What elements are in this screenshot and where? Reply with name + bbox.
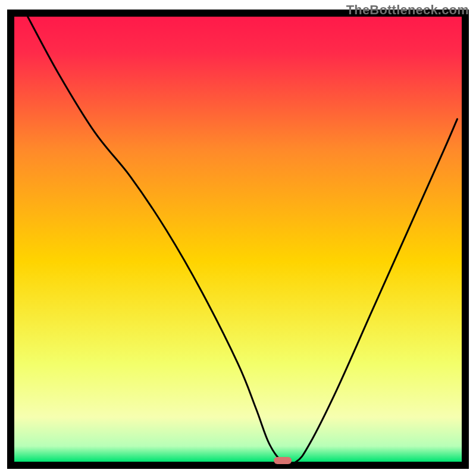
plot-background xyxy=(14,17,462,462)
bottleneck-chart: TheBottleneck.com xyxy=(0,0,476,476)
chart-canvas xyxy=(0,0,476,476)
optimal-marker xyxy=(274,457,292,464)
watermark-label: TheBottleneck.com xyxy=(346,2,469,18)
